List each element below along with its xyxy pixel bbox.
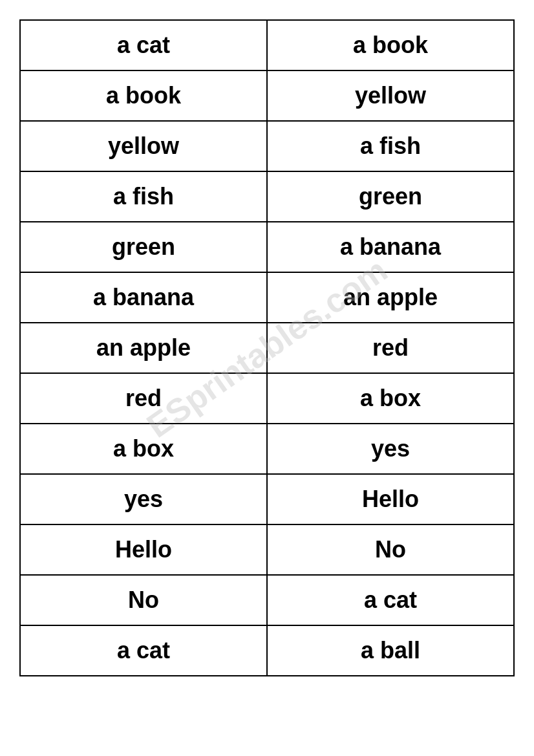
table-row: reda box (20, 373, 514, 424)
cell-11-0: No (20, 575, 267, 625)
table-row: HelloNo (20, 524, 514, 575)
table-row: a cata book (20, 20, 514, 70)
cell-12-0: a cat (20, 625, 267, 676)
page-container: ESprintables.com a cata booka bookyellow… (19, 19, 515, 676)
table-row: an applered (20, 323, 514, 373)
table-row: a bananaan apple (20, 272, 514, 323)
cell-1-0: a book (20, 70, 267, 121)
cell-3-0: a fish (20, 171, 267, 222)
cell-6-0: an apple (20, 323, 267, 373)
table-row: a fishgreen (20, 171, 514, 222)
word-table: a cata booka bookyellowyellowa fisha fis… (19, 19, 515, 676)
table-row: a cata ball (20, 625, 514, 676)
table-row: yellowa fish (20, 121, 514, 171)
cell-2-0: yellow (20, 121, 267, 171)
table-row: a boxyes (20, 424, 514, 474)
cell-4-0: green (20, 222, 267, 272)
cell-9-1: Hello (267, 474, 514, 524)
cell-7-0: red (20, 373, 267, 424)
cell-12-1: a ball (267, 625, 514, 676)
cell-5-0: a banana (20, 272, 267, 323)
cell-5-1: an apple (267, 272, 514, 323)
table-row: Noa cat (20, 575, 514, 625)
table-row: greena banana (20, 222, 514, 272)
cell-9-0: yes (20, 474, 267, 524)
cell-3-1: green (267, 171, 514, 222)
cell-10-0: Hello (20, 524, 267, 575)
cell-11-1: a cat (267, 575, 514, 625)
table-row: a bookyellow (20, 70, 514, 121)
cell-8-0: a box (20, 424, 267, 474)
cell-0-0: a cat (20, 20, 267, 70)
cell-10-1: No (267, 524, 514, 575)
cell-2-1: a fish (267, 121, 514, 171)
cell-0-1: a book (267, 20, 514, 70)
cell-4-1: a banana (267, 222, 514, 272)
table-row: yesHello (20, 474, 514, 524)
cell-7-1: a box (267, 373, 514, 424)
cell-6-1: red (267, 323, 514, 373)
cell-1-1: yellow (267, 70, 514, 121)
cell-8-1: yes (267, 424, 514, 474)
